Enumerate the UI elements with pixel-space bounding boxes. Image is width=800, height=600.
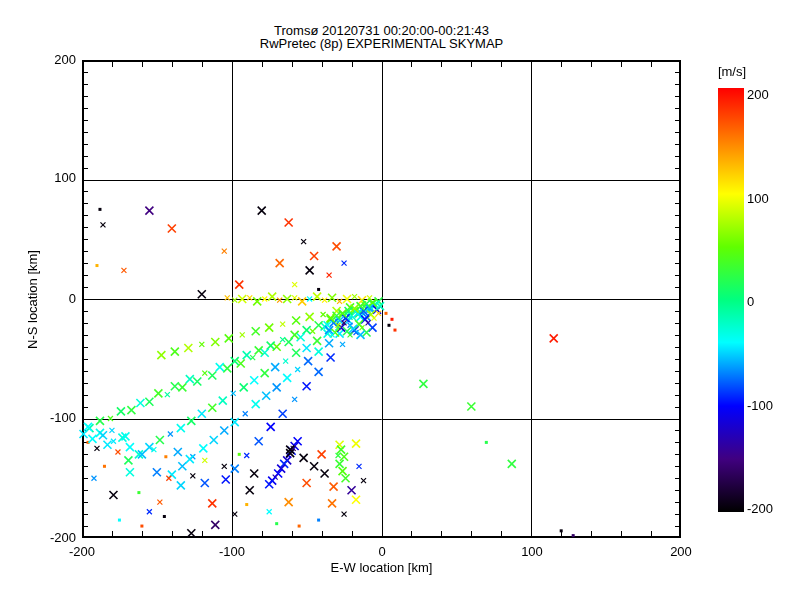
skymap-plot-canvas [0,0,800,600]
y-tick-label: 200 [18,53,76,67]
colorbar-tick-label: 0 [747,295,793,309]
x-tick-label: -100 [202,544,262,559]
y-tick-label: -200 [18,531,76,545]
x-tick-label: -200 [52,544,112,559]
skymap-window: Tromsø 20120731 00:20:00-00:21:43 RwPret… [0,0,800,600]
x-tick-label: 0 [352,544,412,559]
y-axis-title: N-S location [km] [25,150,40,450]
colorbar-gradient [718,88,744,512]
x-axis-title: E-W location [km] [82,560,681,575]
colorbar-tick-label: -200 [747,502,793,516]
x-tick-label: 100 [502,544,562,559]
colorbar-tick-label: 200 [747,88,793,102]
colorbar-tick-label: -100 [747,399,793,413]
colorbar-tick-label: 100 [747,192,793,206]
colorbar-unit-label: [m/s] [704,64,760,79]
x-tick-label: 200 [651,544,711,559]
